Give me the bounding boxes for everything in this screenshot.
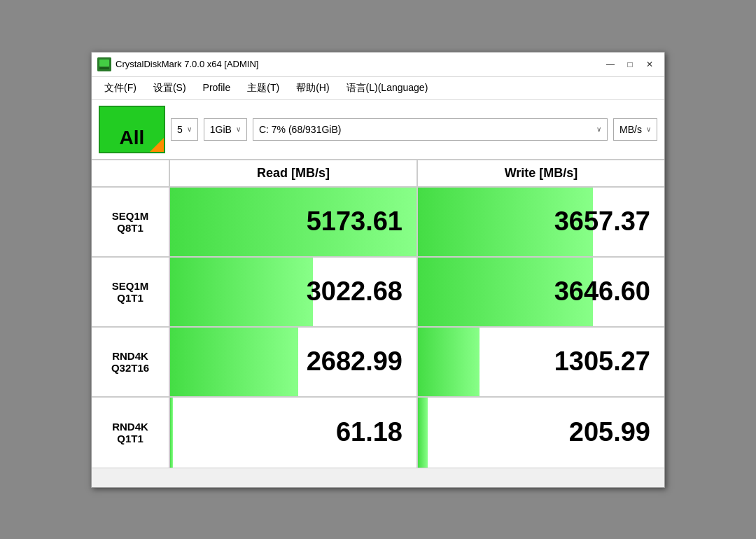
read-value-1: 3022.68 bbox=[307, 276, 402, 307]
close-button[interactable]: ✕ bbox=[640, 57, 659, 72]
row-label-2: RND4K Q32T16 bbox=[92, 328, 170, 396]
read-bar-1 bbox=[170, 258, 313, 326]
write-value-1: 3646.60 bbox=[554, 276, 650, 307]
unit-dropdown[interactable]: MB/s ∨ bbox=[613, 118, 657, 141]
menu-file[interactable]: 文件(F) bbox=[97, 79, 144, 97]
row-label-1-line2: Q1T1 bbox=[117, 292, 144, 304]
row-label-0-line1: SEQ1M bbox=[112, 210, 149, 222]
status-bar bbox=[92, 468, 664, 487]
read-bar-2 bbox=[170, 328, 298, 396]
app-icon bbox=[97, 57, 111, 71]
write-header: Write [MB/s] bbox=[418, 160, 664, 186]
menu-settings[interactable]: 设置(S) bbox=[146, 79, 193, 97]
write-value-3: 205.99 bbox=[569, 417, 650, 447]
table-row: RND4K Q1T1 61.18 205.99 bbox=[92, 398, 664, 468]
test-count-dropdown[interactable]: 5 ∨ bbox=[171, 118, 198, 141]
table-row: SEQ1M Q1T1 3022.68 3646.60 bbox=[92, 258, 664, 328]
write-cell-0: 3657.37 bbox=[418, 188, 664, 256]
read-cell-2: 2682.99 bbox=[170, 328, 418, 396]
test-size-value: 1GiB bbox=[210, 124, 232, 135]
read-header: Read [MB/s] bbox=[170, 160, 418, 186]
write-cell-3: 205.99 bbox=[418, 398, 664, 468]
write-cell-1: 3646.60 bbox=[418, 258, 664, 326]
read-cell-0: 5173.61 bbox=[170, 188, 418, 256]
menu-profile[interactable]: Profile bbox=[196, 79, 238, 97]
write-bar-2 bbox=[418, 328, 479, 396]
read-value-2: 2682.99 bbox=[307, 346, 402, 377]
toolbar: All 5 ∨ 1GiB ∨ C: 7% (68/931GiB) ∨ MB/s … bbox=[92, 100, 664, 160]
unit-value: MB/s bbox=[620, 124, 642, 135]
results-table: Read [MB/s] Write [MB/s] SEQ1M Q8T1 5173… bbox=[92, 160, 664, 468]
write-cell-2: 1305.27 bbox=[418, 328, 664, 396]
row-label-2-line2: Q32T16 bbox=[111, 362, 149, 374]
menu-language[interactable]: 语言(L)(Language) bbox=[340, 79, 435, 97]
test-size-dropdown[interactable]: 1GiB ∨ bbox=[204, 118, 247, 141]
menu-help[interactable]: 帮助(H) bbox=[289, 79, 336, 97]
row-label-2-line1: RND4K bbox=[112, 350, 148, 362]
row-label-0: SEQ1M Q8T1 bbox=[92, 188, 170, 256]
menu-theme[interactable]: 主题(T) bbox=[240, 79, 286, 97]
window-title: CrystalDiskMark 7.0.0 x64 [ADMIN] bbox=[115, 59, 597, 69]
table-row: RND4K Q32T16 2682.99 1305.27 bbox=[92, 328, 664, 398]
minimize-button[interactable]: — bbox=[601, 57, 620, 72]
test-count-arrow: ∨ bbox=[187, 125, 192, 133]
table-row: SEQ1M Q8T1 5173.61 3657.37 bbox=[92, 188, 664, 258]
title-bar: CrystalDiskMark 7.0.0 x64 [ADMIN] — □ ✕ bbox=[92, 52, 664, 77]
all-button[interactable]: All bbox=[99, 106, 165, 153]
row-label-0-line2: Q8T1 bbox=[117, 222, 144, 234]
test-size-arrow: ∨ bbox=[236, 125, 241, 133]
read-value-3: 61.18 bbox=[336, 417, 402, 447]
maximize-button[interactable]: □ bbox=[621, 57, 639, 72]
row-label-3: RND4K Q1T1 bbox=[92, 398, 170, 468]
read-cell-3: 61.18 bbox=[170, 398, 418, 468]
all-label: All bbox=[120, 127, 145, 149]
row-label-3-line2: Q1T1 bbox=[117, 433, 144, 444]
window-controls: — □ ✕ bbox=[601, 57, 659, 72]
drive-value: C: 7% (68/931GiB) bbox=[259, 124, 342, 135]
svg-rect-1 bbox=[99, 59, 109, 66]
row-label-1-line1: SEQ1M bbox=[112, 280, 149, 292]
write-value-0: 3657.37 bbox=[554, 206, 650, 237]
drive-dropdown[interactable]: C: 7% (68/931GiB) ∨ bbox=[253, 118, 608, 141]
read-cell-1: 3022.68 bbox=[170, 258, 418, 326]
unit-arrow: ∨ bbox=[646, 125, 651, 133]
drive-arrow: ∨ bbox=[596, 125, 601, 133]
main-window: CrystalDiskMark 7.0.0 x64 [ADMIN] — □ ✕ … bbox=[91, 52, 665, 488]
read-value-0: 5173.61 bbox=[307, 206, 402, 237]
test-count-value: 5 bbox=[177, 124, 183, 135]
read-bar-3 bbox=[170, 398, 173, 468]
write-bar-3 bbox=[418, 398, 428, 468]
row-label-3-line1: RND4K bbox=[112, 421, 148, 433]
table-header: Read [MB/s] Write [MB/s] bbox=[92, 160, 664, 188]
svg-rect-2 bbox=[99, 67, 109, 69]
label-header bbox=[92, 160, 170, 186]
menu-bar: 文件(F) 设置(S) Profile 主题(T) 帮助(H) 语言(L)(La… bbox=[92, 77, 664, 100]
row-label-1: SEQ1M Q1T1 bbox=[92, 258, 170, 326]
write-value-2: 1305.27 bbox=[554, 346, 650, 377]
